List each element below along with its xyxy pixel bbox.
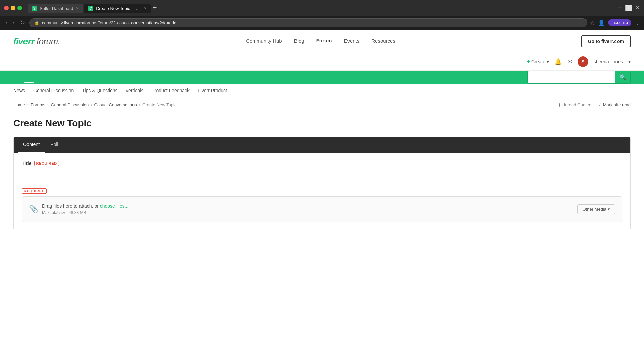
user-actions-bar: + Create ▾ 🔔 ✉ S sheena_jones ▾	[0, 53, 644, 71]
nav-community-hub[interactable]: Community Hub	[246, 38, 282, 45]
title-required-badge: REQUIRED	[34, 161, 59, 166]
nav-forum[interactable]: Forum	[316, 38, 332, 45]
page-title: Create New Topic	[13, 118, 631, 129]
lock-icon: 🔒	[34, 20, 39, 25]
search-input[interactable]	[528, 72, 615, 83]
form-tabs: Content Poll	[14, 137, 630, 153]
browser-window-buttons: ─ ⬜ ✕	[618, 4, 640, 12]
form-tab-content[interactable]: Content	[18, 137, 45, 153]
bookmark-icon[interactable]: ☆	[590, 20, 595, 26]
attach-info: Drag files here to attach, or choose fil…	[42, 203, 128, 215]
forum-nav-forums[interactable]	[24, 71, 34, 83]
favicon-seller-dashboard: S	[32, 6, 37, 11]
username-label[interactable]: sheena_jones	[594, 59, 623, 64]
url-text: community.fiverr.com/forums/forum/22-cas…	[42, 20, 582, 25]
category-tab-news[interactable]: News	[13, 84, 25, 98]
browser-tab-create-topic[interactable]: C Create New Topic - Fiverr Com... ×	[84, 4, 151, 13]
breadcrumb-home[interactable]: Home	[13, 102, 25, 107]
profile-icon[interactable]: 👤	[598, 20, 605, 26]
restore-btn[interactable]: ⬜	[625, 4, 632, 12]
category-tab-fiverr-product[interactable]: Fiverr Product	[198, 84, 227, 98]
other-media-button[interactable]: Other Media ▾	[577, 204, 615, 214]
forum-nav-resources[interactable]	[46, 72, 55, 83]
title-field-label: Title REQUIRED	[22, 161, 622, 166]
search-button[interactable]: 🔍	[615, 71, 630, 83]
close-tab-create-topic[interactable]: ×	[144, 6, 147, 11]
notifications-icon[interactable]: 🔔	[554, 58, 562, 65]
nav-blog[interactable]: Blog	[294, 38, 304, 45]
close-btn[interactable]: ✕	[635, 4, 640, 12]
breadcrumb-actions: Unread Content Mark site read	[555, 102, 631, 107]
breadcrumb-sep-2: ›	[47, 102, 49, 107]
header-right: Go to fiverr.com	[581, 35, 631, 47]
attach-area: 📎 Drag files here to attach, or choose f…	[22, 196, 622, 222]
close-window-button[interactable]	[4, 6, 9, 10]
category-tabs: News General Discussion Tips & Questions…	[0, 84, 644, 98]
browser-tabs: S Seller Dashboard × C Create New Topic …	[28, 3, 615, 13]
form-body: Title REQUIRED REQUIRED 📎 Drag files her…	[14, 153, 630, 230]
tab-title-create-topic: Create New Topic - Fiverr Com...	[96, 6, 141, 11]
tab-title-seller-dashboard: Seller Dashboard	[40, 6, 73, 11]
forum-nav-clubs[interactable]	[35, 72, 44, 83]
breadcrumb-sep-4: ›	[139, 102, 140, 107]
address-bar-right: ☆ 👤 Incognito ⋮	[590, 19, 640, 26]
new-tab-button[interactable]: +	[152, 3, 158, 13]
category-tab-verticals[interactable]: Verticals	[126, 84, 144, 98]
user-avatar[interactable]: S	[578, 56, 588, 67]
messages-icon[interactable]: ✉	[567, 58, 572, 65]
forum-nav-rules[interactable]	[13, 72, 23, 83]
form-tab-poll[interactable]: Poll	[45, 137, 63, 153]
category-tab-product-feedback[interactable]: Product Feedback	[151, 84, 190, 98]
attach-left: 📎 Drag files here to attach, or choose f…	[29, 203, 128, 215]
forum-nav-links	[13, 71, 55, 83]
breadcrumb-general-discussion[interactable]: General Discussion	[51, 102, 89, 107]
other-media-label: Other Media	[582, 207, 606, 212]
breadcrumb: Home › Forums › General Discussion › Cas…	[13, 102, 176, 107]
unread-content-checkbox[interactable]	[555, 103, 560, 107]
incognito-badge: Incognito	[608, 19, 631, 26]
create-label: Create ▾	[531, 59, 549, 64]
address-bar[interactable]: 🔒 community.fiverr.com/forums/forum/22-c…	[29, 18, 587, 27]
title-label-text: Title	[22, 161, 32, 166]
username-dropdown-icon[interactable]: ▾	[628, 59, 631, 64]
unread-content-text: Unread Content	[562, 102, 593, 107]
nav-resources[interactable]: Resources	[371, 38, 395, 45]
browser-tab-seller-dashboard[interactable]: S Seller Dashboard ×	[28, 4, 83, 13]
paperclip-icon: 📎	[29, 205, 38, 214]
attach-required-badge: REQUIRED	[22, 188, 47, 194]
attachment-section: REQUIRED 📎 Drag files here to attach, or…	[22, 188, 622, 222]
reload-button[interactable]: ↻	[19, 18, 26, 28]
breadcrumb-sep-1: ›	[27, 102, 29, 107]
forward-button[interactable]: ›	[11, 18, 16, 28]
other-media-dropdown-icon: ▾	[608, 207, 610, 212]
mark-site-read-button[interactable]: Mark site read	[598, 102, 631, 107]
category-tab-general-discussion[interactable]: General Discussion	[33, 84, 74, 98]
breadcrumb-sep-3: ›	[91, 102, 92, 107]
main-nav: Community Hub Blog Forum Events Resource…	[246, 38, 395, 45]
create-button[interactable]: + Create ▾	[527, 59, 549, 65]
breadcrumb-row: Home › Forums › General Discussion › Cas…	[0, 98, 644, 111]
attach-text-label: Drag files here to attach, or	[42, 203, 100, 209]
site-logo[interactable]: fiverr forum.	[13, 36, 60, 47]
unread-content-label[interactable]: Unread Content	[555, 102, 593, 107]
minimize-btn[interactable]: ─	[618, 4, 622, 12]
breadcrumb-forums[interactable]: Forums	[31, 102, 45, 107]
page-content: Create New Topic Content Poll Title REQU…	[0, 111, 644, 237]
minimize-window-button[interactable]	[11, 6, 15, 10]
nav-events[interactable]: Events	[344, 38, 359, 45]
back-button[interactable]: ‹	[4, 18, 9, 28]
forum-search-bar: 🔍	[527, 71, 631, 84]
category-tab-tips-questions[interactable]: Tips & Questions	[82, 84, 117, 98]
menu-icon[interactable]: ⋮	[635, 20, 640, 26]
close-tab-seller-dashboard[interactable]: ×	[76, 6, 79, 11]
choose-files-link[interactable]: choose files...	[100, 203, 129, 209]
go-fiverr-button[interactable]: Go to fiverr.com	[581, 35, 631, 47]
site-wrapper: fiverr forum. Community Hub Blog Forum E…	[0, 30, 644, 358]
window-controls	[4, 6, 22, 10]
breadcrumb-casual-conversations[interactable]: Casual Conversations	[94, 102, 137, 107]
create-plus-icon: +	[527, 59, 530, 65]
maximize-window-button[interactable]	[17, 6, 22, 10]
attach-max-size: Max total size: 48.83 MB	[42, 210, 128, 215]
breadcrumb-current: Create New Topic	[142, 102, 176, 107]
title-input[interactable]	[22, 169, 622, 181]
